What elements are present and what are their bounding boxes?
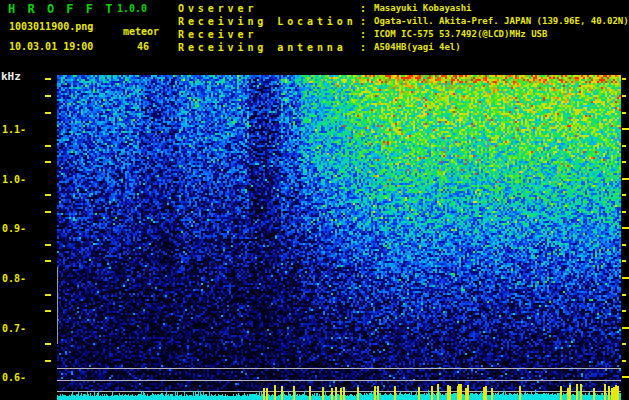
y-tick	[45, 211, 51, 213]
info-row-value: ICOM IC-575 53.7492(@LCD)MHz USB	[374, 29, 547, 39]
info-row-label: Receiving Location	[178, 16, 357, 27]
spectrogram-heatmap	[57, 75, 621, 400]
right-y-tick	[622, 128, 629, 130]
right-y-tick	[622, 95, 626, 97]
y-tick	[45, 112, 51, 114]
right-y-tick	[622, 178, 629, 180]
right-y-tick	[622, 227, 629, 229]
app-title: H R O F F T	[8, 2, 115, 16]
meteor-count: 46	[137, 41, 149, 52]
app-version: 1.0.0	[117, 3, 147, 14]
info-row-value: A504HB(yagi 4el)	[374, 42, 461, 52]
right-y-tick	[622, 194, 626, 196]
right-y-tick	[622, 145, 626, 147]
info-row-label: Ovserver	[178, 3, 257, 14]
info-row-label: Receiver	[178, 29, 257, 40]
y-tick	[45, 244, 51, 246]
file-name: 1003011900.png	[9, 21, 93, 32]
right-y-tick	[622, 260, 626, 262]
info-row-value: Ogata-vill. Akita-Pref. JAPAN (139.96E, …	[374, 16, 629, 26]
right-y-tick	[622, 327, 629, 329]
info-row-value: Masayuki Kobayashi	[374, 3, 472, 13]
y-tick-label: 0.6-	[2, 372, 26, 383]
right-y-tick	[622, 294, 626, 296]
right-y-tick	[622, 78, 626, 80]
hrofft-output: H R O F F T 1.0.0 1003011900.png meteor …	[0, 0, 629, 400]
y-tick-label: 0.9-	[2, 223, 26, 234]
info-row-label: Receiving antenna	[178, 42, 347, 53]
y-tick-label: 0.8-	[2, 273, 26, 284]
right-y-tick	[622, 310, 626, 312]
right-y-tick	[622, 112, 626, 114]
y-tick	[45, 194, 51, 196]
info-row-colon: :	[360, 29, 366, 40]
y-tick-label: 0.7-	[2, 323, 26, 334]
y-tick	[45, 95, 51, 97]
y-tick	[45, 78, 51, 80]
right-y-tick	[622, 211, 626, 213]
y-tick	[45, 310, 51, 312]
info-row-colon: :	[360, 3, 366, 14]
right-y-tick	[622, 343, 626, 345]
mode-label: meteor	[123, 26, 159, 37]
frequency-unit-label: kHz	[1, 70, 21, 83]
right-y-tick	[622, 277, 629, 279]
right-y-tick	[622, 360, 626, 362]
right-y-tick	[622, 244, 626, 246]
y-tick-label: 1.0-	[2, 174, 26, 185]
y-tick	[45, 145, 51, 147]
y-tick	[45, 360, 51, 362]
timestamp: 10.03.01 19:00	[9, 41, 93, 52]
right-y-tick	[622, 161, 626, 163]
y-tick	[45, 294, 51, 296]
right-y-tick	[622, 376, 629, 378]
info-row-colon: :	[360, 16, 366, 27]
y-tick	[45, 343, 51, 345]
info-row-colon: :	[360, 42, 366, 53]
y-tick-label: 1.1-	[2, 124, 26, 135]
y-tick	[45, 161, 51, 163]
y-tick	[45, 260, 51, 262]
